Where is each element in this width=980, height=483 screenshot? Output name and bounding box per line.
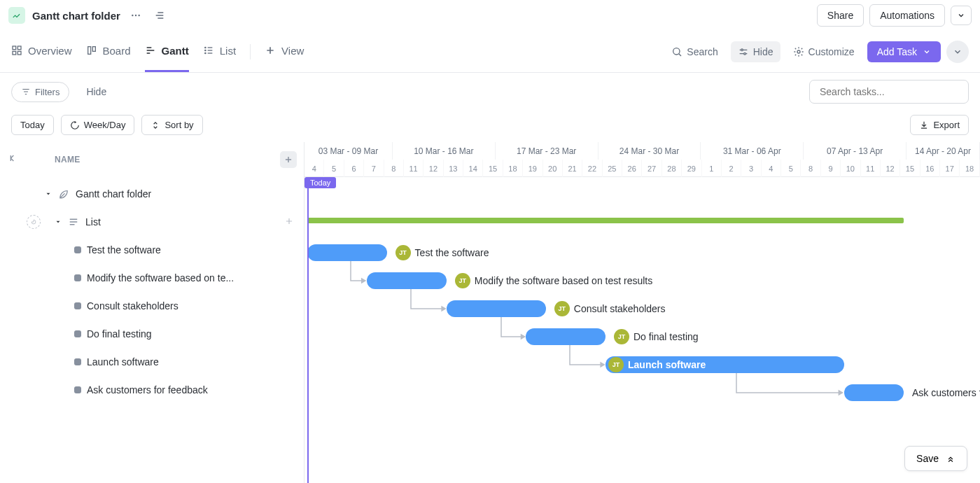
folder-badge: [8, 7, 25, 24]
svg-point-13: [741, 49, 743, 51]
sort-label: Sort by: [164, 120, 193, 130]
list-icon: [203, 45, 214, 56]
week-row: 03 Mar - 09 Mar10 Mar - 16 Mar17 Mar - 2…: [304, 142, 980, 160]
dependency-arrow: [732, 369, 846, 397]
day-header-cell: 5: [324, 160, 344, 177]
group-summary-bar[interactable]: [307, 218, 904, 223]
views-right: Search Hide Customize Add Task: [664, 41, 969, 63]
tree-list-row[interactable]: List: [0, 208, 304, 236]
filters-button[interactable]: Filters: [11, 82, 69, 102]
status-dot-icon: [74, 302, 81, 309]
tab-overview[interactable]: Overview: [11, 31, 72, 72]
svg-point-9: [204, 47, 205, 48]
save-button[interactable]: Save: [904, 446, 967, 471]
day-header-cell: 10: [841, 160, 860, 177]
customize-button[interactable]: Customize: [786, 41, 862, 62]
day-header-cell: 8: [384, 160, 404, 177]
assignee-chip[interactable]: JT: [396, 245, 411, 260]
tab-gantt[interactable]: Gantt: [145, 31, 189, 72]
week-header-cell: 03 Mar - 09 Mar: [304, 142, 393, 160]
folder-more-button[interactable]: [127, 7, 144, 24]
more-actions-button[interactable]: [946, 41, 969, 63]
assignee-chip[interactable]: JT: [554, 301, 570, 316]
name-column-header: NAME: [0, 142, 304, 177]
svg-point-10: [204, 50, 205, 50]
tree-task-label: Do final testing: [87, 328, 152, 340]
scale-button[interactable]: Week/Day: [61, 115, 135, 135]
tab-list[interactable]: List: [203, 31, 236, 72]
add-task-to-list-button[interactable]: [284, 216, 294, 228]
export-label: Export: [933, 120, 960, 130]
assignee-chip[interactable]: JT: [455, 273, 470, 288]
tab-overview-label: Overview: [28, 45, 72, 57]
day-header-cell: 7: [364, 160, 384, 177]
filters-label: Filters: [35, 87, 59, 97]
status-dot-icon: [74, 274, 81, 281]
dependency-arrow: [497, 313, 529, 341]
sort-button[interactable]: Sort by: [141, 115, 202, 135]
ellipsis-icon: [130, 10, 141, 21]
add-column-button[interactable]: [280, 151, 297, 168]
day-header-cell: 9: [821, 160, 841, 177]
add-view-button[interactable]: View: [265, 31, 304, 72]
add-task-button[interactable]: Add Task: [867, 41, 941, 62]
status-dot-icon: [74, 246, 81, 253]
gantt-area[interactable]: 03 Mar - 09 Mar10 Mar - 16 Mar17 Mar - 2…: [304, 142, 980, 483]
share-button[interactable]: Share: [817, 4, 864, 27]
plus-icon: [284, 216, 294, 226]
tree-task-row[interactable]: Launch software: [0, 348, 304, 376]
tab-board[interactable]: Board: [86, 31, 131, 72]
tab-gantt-label: Gantt: [162, 45, 189, 57]
tree-task-row[interactable]: Do final testing: [0, 320, 304, 348]
hide-filters-label: Hide: [86, 86, 106, 97]
outline-toggle-button[interactable]: [151, 7, 168, 24]
gear-icon: [793, 46, 804, 57]
svg-rect-3: [13, 46, 16, 50]
day-header-cell: 22: [582, 160, 602, 177]
svg-rect-8: [92, 47, 95, 52]
automations-caret-button[interactable]: [951, 6, 972, 25]
day-header-cell: 19: [523, 160, 542, 177]
day-header-cell: 25: [603, 160, 622, 177]
hide-filters-button[interactable]: Hide: [79, 82, 113, 102]
collapse-panel-button[interactable]: [7, 153, 18, 166]
search-tasks-input[interactable]: [809, 80, 969, 104]
circle-icon: [30, 218, 37, 225]
week-header-cell: 14 Apr - 20 Apr: [906, 142, 980, 160]
assignee-chip[interactable]: JT: [608, 357, 624, 372]
gantt-task-bar[interactable]: JTDo final testing: [526, 328, 606, 345]
gantt-task-bar[interactable]: JTTest the software: [307, 244, 387, 261]
search-button[interactable]: Search: [664, 41, 724, 62]
tree-task-row[interactable]: Consult stakeholders: [0, 292, 304, 320]
hide-columns-button[interactable]: Hide: [731, 41, 780, 62]
dependency-arrow: [407, 285, 449, 313]
svg-point-15: [797, 50, 800, 53]
automations-button[interactable]: Automations: [869, 4, 945, 27]
tree-task-row[interactable]: Test the software: [0, 236, 304, 264]
sort-icon: [150, 120, 160, 130]
tab-list-label: List: [220, 45, 236, 57]
day-header-cell: 12: [424, 160, 443, 177]
progress-circle-icon: [27, 215, 41, 229]
day-header-cell: 16: [920, 160, 940, 177]
gantt-task-bar[interactable]: JTConsult stakeholders: [447, 300, 546, 317]
day-header-cell: 1: [702, 160, 722, 177]
svg-rect-5: [13, 51, 16, 55]
gantt-task-label: Launch software: [628, 359, 706, 370]
svg-rect-4: [18, 46, 21, 50]
tree-task-row[interactable]: Ask customers for feedback: [0, 376, 304, 404]
day-header-cell: 21: [563, 160, 582, 177]
export-button[interactable]: Export: [910, 115, 969, 135]
gantt-task-bar[interactable]: Ask customers for feedback: [844, 384, 904, 401]
gantt-task-bar[interactable]: JTModify the software based on test resu…: [367, 272, 447, 289]
tree-task-label: Test the software: [87, 244, 161, 255]
folder-title: Gantt chart folder: [32, 10, 120, 22]
today-button[interactable]: Today: [11, 115, 54, 135]
tree-folder-row[interactable]: Gantt chart folder: [0, 180, 304, 208]
day-header-cell: 11: [861, 160, 881, 177]
assignee-chip[interactable]: JT: [614, 329, 629, 344]
tree-task-label: Consult stakeholders: [87, 300, 178, 312]
tree-task-row[interactable]: Modify the software based on te...: [0, 264, 304, 292]
gantt-task-bar[interactable]: JTLaunch software: [606, 356, 844, 373]
today-label: Today: [20, 120, 45, 130]
